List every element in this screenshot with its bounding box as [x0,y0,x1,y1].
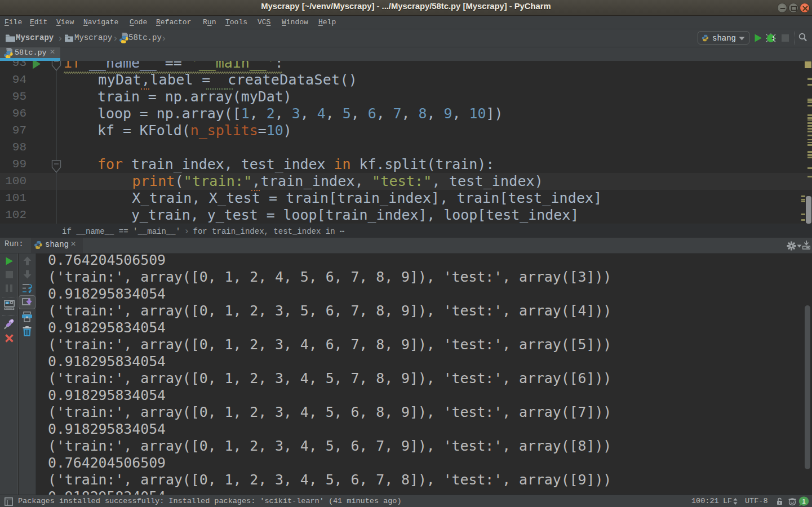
svg-text:1: 1 [802,498,805,505]
